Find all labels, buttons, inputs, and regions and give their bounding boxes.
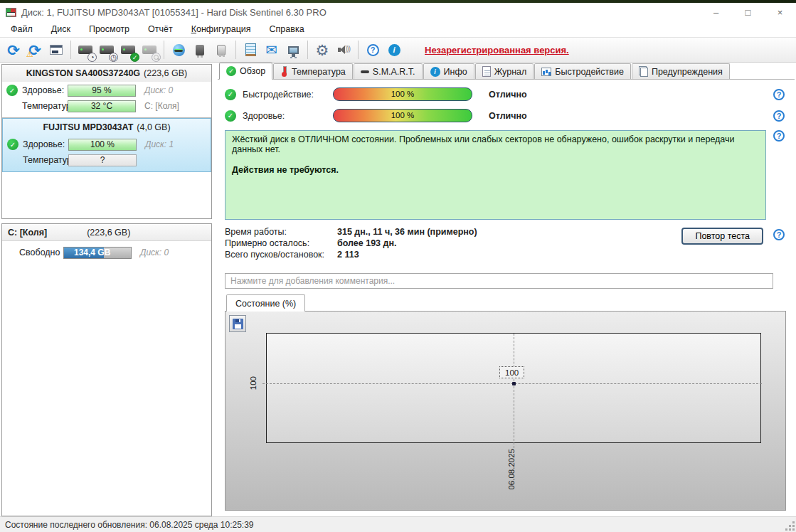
disk-check-icon[interactable]: ✓	[117, 39, 139, 60]
window-controls: – □ ×	[700, 3, 796, 21]
summary-action-text: Действия не требуются.	[232, 165, 759, 175]
health-ok-icon: ✓	[7, 139, 18, 150]
disk-temp-row: Температура: 32 °C C: [Коля]	[2, 99, 211, 113]
stat-label: Время работы:	[225, 227, 337, 237]
unregistered-version-link[interactable]: Незарегистрированная версия.	[425, 45, 569, 55]
menu-help[interactable]: Справка	[260, 23, 314, 36]
summary-help-icon[interactable]: ?	[773, 130, 785, 142]
retest-button[interactable]: Повтор теста	[681, 228, 763, 245]
disk-number: Диск: 0	[144, 85, 173, 95]
disk-clock-icon[interactable]: ◷	[96, 39, 117, 60]
notes-icon[interactable]	[240, 39, 261, 60]
overview-tab-icon: ✓	[226, 66, 236, 76]
tab-smart[interactable]: S.M.A.R.T.	[354, 63, 423, 79]
chart-tab-health-percent[interactable]: Состояние (%)	[226, 294, 305, 312]
toolbar: ⟳ ⟳⚠ ◔ ◷ ✓ ✉ ⚙ ))) ? i Незарегистрирован…	[0, 37, 796, 63]
health-bar: 100 %	[333, 109, 472, 122]
tab-overview[interactable]: ✓ Обзор	[219, 63, 272, 80]
save-chart-button[interactable]	[229, 315, 246, 332]
thermometer-icon	[280, 66, 288, 77]
menu-file[interactable]: Файл	[1, 23, 42, 36]
free-space-bar: 134,4 GB	[63, 247, 132, 259]
status-text: Состояние последнего обновления: 06.08.2…	[5, 520, 254, 530]
tab-temperature[interactable]: Температура	[273, 63, 353, 79]
disk-number: Диск: 1	[145, 139, 174, 149]
close-button[interactable]: ×	[764, 3, 796, 21]
performance-bar: 100 %	[333, 87, 472, 101]
summary-text: Жёсткий диск в ОТЛИЧНОМ состоянии. Пробл…	[232, 134, 759, 154]
network-monitor-icon[interactable]	[282, 39, 304, 60]
refresh-icon[interactable]: ⟳	[3, 39, 24, 60]
refresh-warning-icon[interactable]: ⟳⚠	[24, 39, 46, 60]
disk-connector-icon[interactable]	[189, 39, 211, 60]
disk-health-row: ✓ Здоровье: 100 % Диск: 1	[3, 137, 211, 151]
stat-value: более 193 дн.	[337, 238, 396, 248]
toolbar-separator	[70, 41, 71, 59]
temp-label: Температура:	[22, 101, 68, 111]
help-icon[interactable]: ?	[362, 39, 383, 60]
disk-performance-icon[interactable]: ◔	[75, 39, 96, 60]
workspace: KINGSTON SA400S37240G (223,6 GB) ✓ Здоро…	[0, 63, 796, 516]
health-row: ✓ Здоровье: 100 % Отлично ?	[225, 109, 785, 122]
chart-block: Состояние (%) 100 100	[225, 294, 786, 512]
disk-temp-row: Температура: ?	[3, 153, 211, 167]
vertical-gridline	[514, 334, 514, 448]
tab-info[interactable]: i Инфо	[423, 63, 474, 79]
sound-icon[interactable]: )))	[333, 39, 354, 60]
info-icon[interactable]: i	[383, 39, 405, 60]
temp-bar: 32 °C	[68, 100, 136, 112]
menu-disk[interactable]: Диск	[42, 23, 80, 36]
menu-configuration[interactable]: Конфигурация	[182, 23, 260, 36]
tab-label: Инфо	[444, 67, 467, 77]
tab-label: Обзор	[240, 66, 265, 76]
tab-alerts[interactable]: Предупреждения	[632, 63, 730, 79]
health-label: Здоровье:	[23, 139, 68, 149]
minimize-button[interactable]: –	[700, 3, 732, 21]
app-icon	[6, 8, 16, 17]
disk-card-kingston[interactable]: KINGSTON SA400S37240G (223,6 GB) ✓ Здоро…	[2, 65, 211, 118]
email-icon[interactable]: ✉	[261, 39, 282, 60]
disk-size: (4,0 GB)	[137, 122, 170, 132]
summary-row: Жёсткий диск в ОТЛИЧНОМ состоянии. Пробл…	[225, 130, 785, 220]
tab-performance[interactable]: Быстродействие	[534, 63, 631, 79]
health-label: Здоровье:	[22, 85, 68, 95]
stat-value: 2 113	[337, 250, 359, 260]
health-help-icon[interactable]: ?	[773, 110, 785, 122]
partition-free-row: Свободно 134,4 GB Диск: 0	[2, 245, 211, 260]
tab-label: Предупреждения	[652, 67, 723, 77]
y-axis-tick: 100	[249, 369, 258, 398]
x-axis-tick: 06.08.2025	[507, 449, 516, 500]
disk-name: FUJITSU MPD3043AT	[43, 122, 133, 132]
health-bar: 95 %	[68, 85, 136, 97]
resize-grip[interactable]	[792, 528, 795, 531]
partition-card[interactable]: C: [Коля] (223,6 GB) Свободно 134,4 GB Д…	[1, 223, 212, 516]
smart-icon	[361, 70, 369, 73]
menu-view[interactable]: Просмотр	[80, 23, 139, 36]
partition-name: C: [Коля]	[8, 228, 47, 238]
data-point	[512, 382, 516, 385]
settings-gear-icon[interactable]: ⚙	[312, 39, 333, 60]
performance-chart-icon	[541, 68, 551, 76]
menu-report[interactable]: Отчёт	[139, 23, 182, 36]
menu-bar: Файл Диск Просмотр Отчёт Конфигурация Сп…	[0, 21, 796, 37]
free-space-value: 134,4 GB	[64, 248, 104, 258]
report-panel-icon[interactable]	[46, 39, 67, 60]
comment-input[interactable]	[225, 273, 773, 289]
health-summary-box: Жёсткий диск в ОТЛИЧНОМ состоянии. Пробл…	[225, 130, 766, 220]
maximize-button[interactable]: □	[732, 3, 764, 21]
network-disk-icon[interactable]	[168, 39, 189, 60]
tab-log[interactable]: Журнал	[475, 63, 534, 79]
disk-header: KINGSTON SA400S37240G (223,6 GB)	[2, 65, 211, 82]
performance-help-icon[interactable]: ?	[773, 89, 785, 100]
main-area: ✓ Обзор Температура S.M.A.R.T. i Инфо Жу…	[218, 63, 795, 516]
floppy-icon	[233, 319, 243, 329]
health-ok-icon: ✓	[6, 85, 18, 96]
disk-card-fujitsu-selected[interactable]: FUJITSU MPD3043AT (4,0 GB) ✓ Здоровье: 1…	[2, 118, 211, 172]
disk-socket-icon[interactable]	[211, 39, 232, 60]
retest-help-icon[interactable]: ?	[773, 229, 785, 240]
status-bar: Состояние последнего обновления: 06.08.2…	[0, 516, 796, 532]
toolbar-separator	[307, 41, 308, 59]
stat-value: 315 дн., 11 ч, 36 мин (примерно)	[337, 227, 477, 237]
disk-name: KINGSTON SA400S37240G	[26, 68, 140, 78]
stats-block: Время работы: 315 дн., 11 ч, 36 мин (при…	[225, 226, 785, 266]
